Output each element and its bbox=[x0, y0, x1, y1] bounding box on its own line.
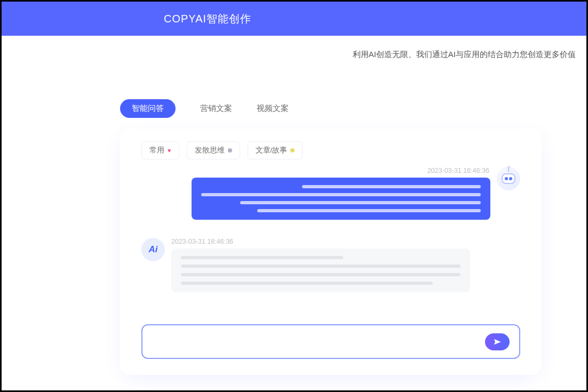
tagline: 利用AI创造无限、我们通过AI与应用的结合助力您创造更多价值 bbox=[2, 36, 586, 60]
chip-label: 文章/故事 bbox=[256, 146, 288, 155]
text-placeholder-line bbox=[181, 256, 343, 259]
message-bubble-ai bbox=[171, 249, 470, 292]
text-placeholder-line bbox=[240, 201, 481, 204]
chip-common[interactable]: 常用 ♥ bbox=[141, 141, 179, 159]
message-timestamp: 2023-03-31 18:46:36 bbox=[171, 238, 470, 245]
chip-article[interactable]: 文章/故事 bbox=[248, 141, 303, 159]
chip-divergent[interactable]: 发散思维 bbox=[187, 141, 240, 159]
text-placeholder-line bbox=[201, 193, 481, 196]
user-avatar bbox=[497, 167, 520, 190]
chip-label: 发散思维 bbox=[195, 146, 225, 155]
dot-icon bbox=[290, 148, 295, 153]
text-placeholder-line bbox=[181, 265, 460, 268]
tab-list: 智能问答 营销文案 视频文案 bbox=[120, 99, 586, 118]
text-placeholder-line bbox=[181, 282, 433, 285]
send-button[interactable] bbox=[485, 333, 510, 350]
tab-qa[interactable]: 智能问答 bbox=[120, 99, 176, 118]
tab-marketing[interactable]: 营销文案 bbox=[200, 103, 232, 114]
message-row-ai: Ai 2023-03-31 18:46:36 bbox=[141, 238, 520, 292]
message-timestamp: 2023-03-31 16:46:36 bbox=[192, 167, 489, 174]
text-placeholder-line bbox=[257, 209, 481, 212]
chip-label: 常用 bbox=[149, 146, 164, 155]
dot-icon bbox=[228, 148, 232, 153]
heart-icon: ♥ bbox=[168, 147, 171, 154]
ai-avatar: Ai bbox=[141, 238, 165, 261]
robot-antenna-icon bbox=[508, 169, 509, 172]
message-row-user: 2023-03-31 16:46:36 bbox=[141, 167, 520, 220]
ai-avatar-text: Ai bbox=[149, 244, 158, 255]
tab-video[interactable]: 视频文案 bbox=[257, 103, 289, 114]
chat-card: 常用 ♥ 发散思维 文章/故事 2023-03-31 16:46:36 bbox=[120, 129, 542, 375]
brand-title: COPYAI智能创作 bbox=[164, 12, 251, 26]
filter-chip-row: 常用 ♥ 发散思维 文章/故事 bbox=[141, 141, 520, 159]
text-placeholder-line bbox=[302, 185, 481, 188]
header-bar: COPYAI智能创作 bbox=[2, 2, 586, 36]
text-placeholder-line bbox=[181, 273, 460, 276]
robot-face-icon bbox=[502, 173, 515, 184]
send-icon bbox=[493, 338, 502, 346]
message-input-bar[interactable] bbox=[141, 324, 520, 359]
message-bubble-user bbox=[192, 178, 490, 220]
